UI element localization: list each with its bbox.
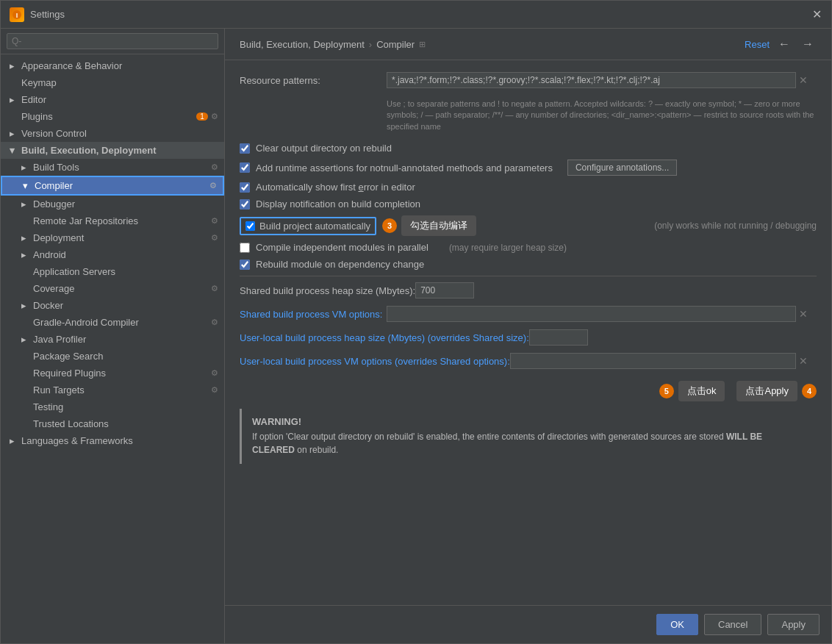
sidebar-item-remote-jar[interactable]: Remote Jar Repositories ⚙ xyxy=(1,212,224,229)
sidebar-item-testing[interactable]: Testing xyxy=(1,398,224,415)
runtime-assertions-checkbox[interactable] xyxy=(240,162,250,173)
vm-options-clear-btn[interactable]: ✕ xyxy=(796,308,811,320)
user-heap-size-control xyxy=(529,329,817,346)
resource-patterns-control: ✕ xyxy=(387,72,817,88)
sidebar-item-editor[interactable]: Editor xyxy=(1,91,224,108)
arrow-icon xyxy=(21,334,33,345)
checkbox-runtime-assertions: Add runtime assertions for notnull-annot… xyxy=(240,160,817,176)
sidebar-item-run-targets[interactable]: Run Targets ⚙ xyxy=(1,382,224,398)
breadcrumb: Build, Execution, Deployment › Compiler … xyxy=(240,39,426,50)
compile-parallel-checkbox[interactable] xyxy=(240,243,250,253)
sidebar-item-coverage[interactable]: Coverage ⚙ xyxy=(1,280,224,297)
heap-size-row: Shared build process heap size (Mbytes): xyxy=(240,282,817,298)
resource-patterns-row: Resource patterns: ✕ xyxy=(240,72,817,88)
app-icon: I xyxy=(10,7,24,22)
arrow-icon xyxy=(21,300,33,311)
resource-patterns-clear-btn[interactable]: ✕ xyxy=(796,74,811,86)
sidebar-item-version-control[interactable]: Version Control xyxy=(1,125,224,142)
sidebar-item-docker[interactable]: Docker xyxy=(1,297,224,314)
cancel-button[interactable]: Cancel xyxy=(704,614,761,635)
arrow-icon xyxy=(21,232,33,243)
sidebar-search-area xyxy=(1,29,224,54)
settings-icon: ⚙ xyxy=(211,284,218,293)
sidebar-item-package-search[interactable]: Package Search xyxy=(1,348,224,365)
sidebar-item-label: Editor xyxy=(21,94,46,105)
sidebar: Appearance & Behavior Keymap Editor Plug… xyxy=(1,29,225,643)
arrow-icon xyxy=(10,60,21,71)
sidebar-item-label: Coverage xyxy=(33,283,74,294)
svg-text:I: I xyxy=(16,12,18,19)
sidebar-tree: Appearance & Behavior Keymap Editor Plug… xyxy=(1,54,224,643)
click-ok-tooltip-area: 5 点击ok xyxy=(659,381,725,401)
user-vm-options-input[interactable] xyxy=(510,353,796,369)
vm-options-control: ✕ xyxy=(387,306,817,322)
sidebar-item-label: Required Plugins xyxy=(33,368,106,379)
sidebar-item-languages[interactable]: Languages & Frameworks xyxy=(1,432,224,449)
arrow-icon xyxy=(10,94,21,105)
sidebar-item-label: Android xyxy=(33,249,66,260)
sidebar-item-label: Keymap xyxy=(21,77,57,88)
breadcrumb-parent: Build, Execution, Deployment xyxy=(240,39,365,50)
forward-button[interactable]: → xyxy=(799,36,817,52)
sidebar-item-app-servers[interactable]: Application Servers xyxy=(1,263,224,280)
build-automatically-label: Build project automatically xyxy=(259,221,370,232)
sidebar-item-label: Application Servers xyxy=(33,266,115,277)
sidebar-item-keymap[interactable]: Keymap xyxy=(1,74,224,91)
user-vm-options-label: User-local build process VM options (ove… xyxy=(240,353,510,367)
badge-4: 4 xyxy=(802,384,817,398)
build-automatically-checkbox[interactable] xyxy=(245,221,255,231)
breadcrumb-current: Compiler xyxy=(376,39,415,50)
clear-output-checkbox[interactable] xyxy=(240,143,250,154)
user-heap-size-input[interactable] xyxy=(529,329,588,346)
apply-button[interactable]: Apply xyxy=(767,614,820,635)
compiler-settings-content: Resource patterns: ✕ Use ; to separate p… xyxy=(225,60,831,605)
arrow-icon xyxy=(21,249,33,260)
sidebar-item-build-tools[interactable]: Build Tools ⚙ xyxy=(1,159,224,176)
configure-annotations-button[interactable]: Configure annotations... xyxy=(567,160,677,176)
sidebar-search-input[interactable] xyxy=(7,33,218,49)
sidebar-item-label: Gradle-Android Compiler xyxy=(33,317,139,328)
back-button[interactable]: ← xyxy=(775,36,793,52)
vm-options-input[interactable] xyxy=(387,306,796,322)
sidebar-item-label: Remote Jar Repositories xyxy=(33,215,138,226)
close-button[interactable]: ✕ xyxy=(811,9,822,21)
build-auto-note: (only works while not running / debuggin… xyxy=(654,221,817,231)
runtime-assertions-label: Add runtime assertions for notnull-annot… xyxy=(256,162,553,173)
user-vm-options-row: User-local build process VM options (ove… xyxy=(240,353,817,369)
sidebar-item-plugins[interactable]: Plugins 1 ⚙ 1 xyxy=(1,108,224,125)
resource-patterns-input[interactable] xyxy=(387,72,796,88)
sidebar-item-android[interactable]: Android xyxy=(1,246,224,263)
click-apply-tooltip-area: 点击Apply 4 xyxy=(736,381,817,401)
rebuild-dependency-checkbox[interactable] xyxy=(240,260,250,270)
settings-icon: ⚙ xyxy=(211,216,218,226)
user-vm-options-clear-btn[interactable]: ✕ xyxy=(796,355,811,367)
reset-button[interactable]: Reset xyxy=(745,39,770,50)
sidebar-item-deployment[interactable]: Deployment ⚙ xyxy=(1,229,224,246)
rebuild-dependency-label: Rebuild module on dependency change xyxy=(256,259,424,270)
heap-size-input[interactable] xyxy=(415,282,474,298)
settings-icon: ⚙ xyxy=(211,162,218,172)
sidebar-item-label: Compiler xyxy=(35,180,73,191)
checkbox-build-automatically-row: Build project automatically 3 勾选自动编译 (on… xyxy=(240,215,817,236)
sidebar-item-compiler[interactable]: Compiler ⚙ 2 xyxy=(1,176,224,196)
sidebar-item-label: Version Control xyxy=(21,128,87,139)
sidebar-item-gradle-android[interactable]: Gradle-Android Compiler ⚙ xyxy=(1,314,224,331)
sidebar-item-label: Trusted Locations xyxy=(33,418,109,429)
click-apply-tooltip: 点击Apply xyxy=(736,381,797,401)
sidebar-item-debugger[interactable]: Debugger xyxy=(1,196,224,212)
display-notification-checkbox[interactable] xyxy=(240,199,250,210)
show-first-error-checkbox[interactable] xyxy=(240,182,250,193)
clear-output-label: Clear output directory on rebuild xyxy=(256,143,392,154)
compile-parallel-label: Compile independent modules in parallel xyxy=(256,242,428,253)
sidebar-item-appearance[interactable]: Appearance & Behavior xyxy=(1,57,224,74)
sidebar-item-java-profiler[interactable]: Java Profiler xyxy=(1,331,224,348)
arrow-icon xyxy=(21,162,33,173)
sidebar-item-trusted-locations[interactable]: Trusted Locations xyxy=(1,415,224,432)
sidebar-item-label: Appearance & Behavior xyxy=(21,60,122,71)
sidebar-item-build-execution[interactable]: Build, Execution, Deployment xyxy=(1,142,224,159)
warning-title: WARNING! xyxy=(252,416,806,427)
title-bar: I Settings ✕ xyxy=(1,1,831,29)
sidebar-item-required-plugins[interactable]: Required Plugins ⚙ xyxy=(1,365,224,382)
sidebar-item-label: Testing xyxy=(33,401,63,412)
ok-button[interactable]: OK xyxy=(656,614,698,635)
